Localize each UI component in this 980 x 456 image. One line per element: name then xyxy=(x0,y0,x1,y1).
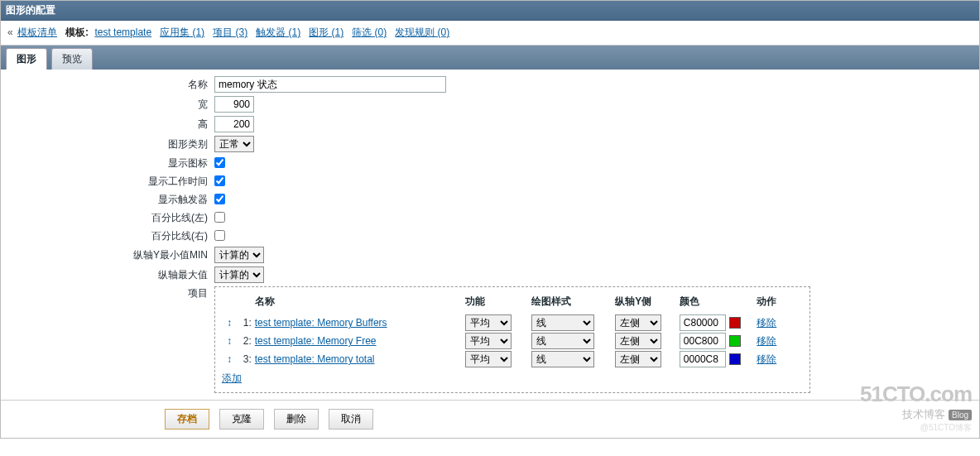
link-template-list[interactable]: 模板清单 xyxy=(17,26,57,38)
color-swatch[interactable] xyxy=(729,317,741,329)
label-width: 宽 xyxy=(7,98,214,112)
col-head-action: 动作 xyxy=(757,295,803,309)
side-select[interactable]: 左侧 xyxy=(615,314,661,331)
label-graph-type: 图形类别 xyxy=(7,137,214,151)
label-ymax: 纵轴最大值 xyxy=(7,268,214,282)
ymax-select[interactable]: 计算的 xyxy=(214,266,264,283)
show-triggers-checkbox[interactable] xyxy=(214,194,225,204)
window-title: 图形的配置 xyxy=(1,1,979,21)
item-link[interactable]: test template: Memory Buffers xyxy=(255,317,387,329)
drag-handle-icon[interactable]: ↕ xyxy=(222,317,237,329)
name-input[interactable] xyxy=(214,76,446,93)
color-input[interactable] xyxy=(680,314,726,331)
func-select[interactable]: 平均 xyxy=(465,314,512,331)
func-select[interactable]: 平均 xyxy=(465,333,512,349)
watermark-sub: 技术博客 Blog xyxy=(860,407,972,422)
col-head-name: 名称 xyxy=(255,295,466,309)
row-index: 1: xyxy=(237,317,255,329)
side-select[interactable]: 左侧 xyxy=(615,351,661,367)
color-swatch[interactable] xyxy=(729,353,741,365)
breadcrumb: « 模板清单 模板: test template 应用集 (1) 项目 (3) … xyxy=(1,21,979,46)
clone-button[interactable]: 克隆 xyxy=(219,409,264,430)
tabs: 图形 预览 xyxy=(1,46,979,70)
label-percent-left: 百分比线(左) xyxy=(7,211,214,225)
color-input[interactable] xyxy=(680,351,726,367)
label-show-legend: 显示图标 xyxy=(7,156,214,170)
items-box: 名称 功能 绘图样式 纵轴Y侧 颜色 动作 ↕ 1: test template… xyxy=(214,286,810,393)
remove-link[interactable]: 移除 xyxy=(757,317,776,329)
show-worktime-checkbox[interactable] xyxy=(214,175,225,186)
label-height: 高 xyxy=(7,118,214,132)
col-head-color: 颜色 xyxy=(680,295,757,309)
watermark: 51CTO.com 技术博客 Blog @51CTO博客 xyxy=(860,382,972,434)
width-input[interactable] xyxy=(214,96,254,113)
style-select[interactable]: 线 xyxy=(531,351,594,367)
link-template-name[interactable]: test template xyxy=(94,26,151,38)
row-index: 2: xyxy=(237,335,255,347)
ymin-select[interactable]: 计算的 xyxy=(214,247,264,263)
link-items[interactable]: 项目 (3) xyxy=(213,26,247,38)
col-head-func: 功能 xyxy=(465,295,531,309)
link-screens[interactable]: 筛选 (0) xyxy=(352,26,387,38)
side-select[interactable]: 左侧 xyxy=(615,333,661,349)
footer-buttons: 存档 克隆 删除 取消 xyxy=(1,400,979,438)
item-link[interactable]: test template: Memory total xyxy=(255,353,375,365)
watermark-logo: 51CTO.com xyxy=(860,382,972,407)
cancel-button[interactable]: 取消 xyxy=(329,409,373,430)
drag-handle-icon[interactable]: ↕ xyxy=(222,335,237,347)
graph-type-select[interactable]: 正常 xyxy=(214,136,254,152)
table-row: ↕ 2: test template: Memory Free 平均 线 左侧 … xyxy=(222,332,803,350)
tab-graph[interactable]: 图形 xyxy=(6,48,47,70)
link-graphs[interactable]: 图形 (1) xyxy=(309,26,343,38)
col-head-side: 纵轴Y侧 xyxy=(615,295,680,309)
col-head-style: 绘图样式 xyxy=(531,295,615,309)
add-item-link[interactable]: 添加 xyxy=(222,372,803,386)
label-show-triggers: 显示触发器 xyxy=(7,193,214,207)
form: 名称 宽 高 图形类别 正常 显示图标 显示工作时间 显示触发器 xyxy=(1,70,979,393)
link-applications[interactable]: 应用集 (1) xyxy=(160,26,204,38)
link-discovery[interactable]: 发现规则 (0) xyxy=(395,26,449,38)
percent-right-checkbox[interactable] xyxy=(214,230,225,241)
color-input[interactable] xyxy=(680,333,726,349)
breadcrumb-back-icon: « xyxy=(7,26,13,38)
save-button[interactable]: 存档 xyxy=(165,409,209,430)
color-swatch[interactable] xyxy=(729,335,741,347)
percent-left-checkbox[interactable] xyxy=(214,212,225,223)
tab-preview[interactable]: 预览 xyxy=(51,48,93,70)
breadcrumb-template-label: 模板: xyxy=(65,26,89,38)
label-ymin: 纵轴Y最小值MIN xyxy=(7,248,214,262)
delete-button[interactable]: 删除 xyxy=(274,409,319,430)
row-index: 3: xyxy=(237,353,255,365)
link-triggers[interactable]: 触发器 (1) xyxy=(256,26,300,38)
style-select[interactable]: 线 xyxy=(531,333,594,349)
func-select[interactable]: 平均 xyxy=(465,351,512,367)
style-select[interactable]: 线 xyxy=(531,314,594,331)
label-percent-right: 百分比线(右) xyxy=(7,229,214,243)
show-legend-checkbox[interactable] xyxy=(214,157,225,168)
item-link[interactable]: test template: Memory Free xyxy=(255,335,377,347)
table-row: ↕ 1: test template: Memory Buffers 平均 线 … xyxy=(222,314,803,332)
watermark-faint: @51CTO博客 xyxy=(860,422,972,434)
remove-link[interactable]: 移除 xyxy=(757,335,776,347)
label-items: 项目 xyxy=(7,286,214,300)
height-input[interactable] xyxy=(214,116,254,132)
label-name: 名称 xyxy=(7,78,214,92)
remove-link[interactable]: 移除 xyxy=(757,353,776,365)
table-row: ↕ 3: test template: Memory total 平均 线 左侧… xyxy=(222,350,803,368)
label-show-worktime: 显示工作时间 xyxy=(7,175,214,189)
drag-handle-icon[interactable]: ↕ xyxy=(222,353,237,365)
